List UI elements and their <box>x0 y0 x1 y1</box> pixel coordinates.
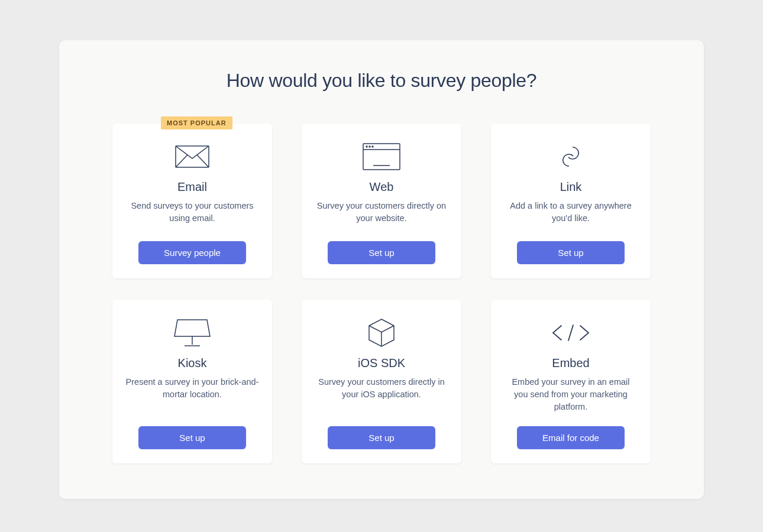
set-up-button[interactable]: Set up <box>328 241 435 264</box>
card-embed: Embed Embed your survey in an email you … <box>491 300 651 463</box>
card-ios-sdk: iOS SDK Survey your customers directly i… <box>302 300 461 463</box>
kiosk-icon <box>174 316 211 349</box>
code-icon <box>551 316 591 349</box>
svg-point-4 <box>369 146 370 147</box>
survey-channel-panel: How would you like to survey people? MOS… <box>59 40 704 499</box>
set-up-button[interactable]: Set up <box>517 241 625 264</box>
card-title: Embed <box>552 356 589 370</box>
card-description: Present a survey in your brick-and-morta… <box>125 376 259 413</box>
email-for-code-button[interactable]: Email for code <box>517 426 625 449</box>
browser-window-icon <box>363 140 400 173</box>
set-up-button[interactable]: Set up <box>138 426 246 449</box>
link-icon <box>556 140 586 173</box>
card-link: Link Add a link to a survey anywhere you… <box>491 124 651 278</box>
card-description: Add a link to a survey anywhere you'd li… <box>504 200 638 228</box>
card-description: Survey your customers directly on your w… <box>315 200 448 228</box>
card-email: MOST POPULAR Email Send surveys to your … <box>112 124 272 278</box>
card-title: Web <box>370 180 394 194</box>
svg-line-10 <box>568 325 573 340</box>
svg-point-3 <box>366 146 367 147</box>
most-popular-badge: MOST POPULAR <box>161 116 232 129</box>
envelope-icon <box>175 140 209 173</box>
card-title: Kiosk <box>178 356 207 370</box>
card-description: Send surveys to your customers using ema… <box>125 200 259 228</box>
cube-icon <box>368 316 395 349</box>
card-title: Email <box>177 180 207 194</box>
survey-people-button[interactable]: Survey people <box>138 241 246 264</box>
cards-grid: MOST POPULAR Email Send surveys to your … <box>95 124 668 463</box>
svg-point-5 <box>372 146 373 147</box>
card-description: Embed your survey in an email you send f… <box>504 376 638 413</box>
card-title: Link <box>560 180 582 194</box>
card-web: Web Survey your customers directly on yo… <box>302 124 461 278</box>
card-description: Survey your customers directly in your i… <box>315 376 448 413</box>
page-title: How would you like to survey people? <box>95 70 668 92</box>
set-up-button[interactable]: Set up <box>328 426 435 449</box>
card-title: iOS SDK <box>358 356 405 370</box>
card-kiosk: Kiosk Present a survey in your brick-and… <box>112 300 272 463</box>
